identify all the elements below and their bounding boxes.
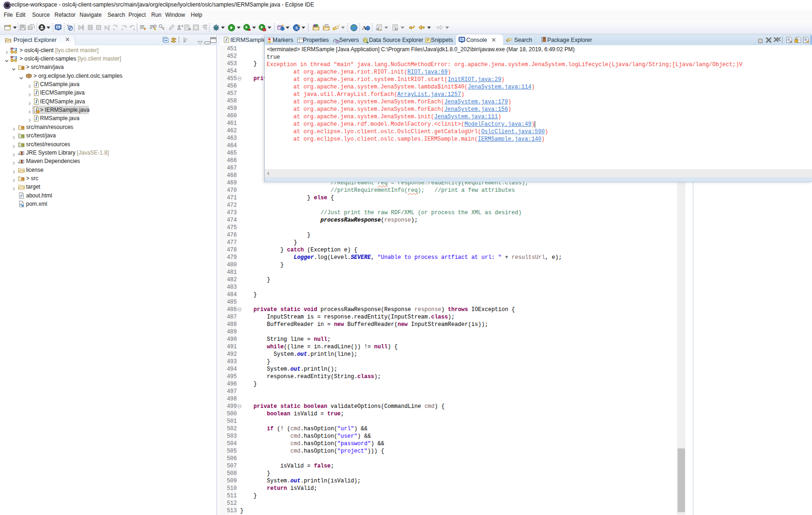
svg-text:J: J [35,90,37,95]
svg-text:J: J [35,99,37,104]
svg-text:J: J [35,82,37,87]
svg-text:J: J [35,116,37,121]
svg-text:M: M [11,55,13,59]
svg-text:M: M [11,47,13,50]
svg-text:J: J [225,38,228,42]
svg-text:S: S [295,26,298,30]
